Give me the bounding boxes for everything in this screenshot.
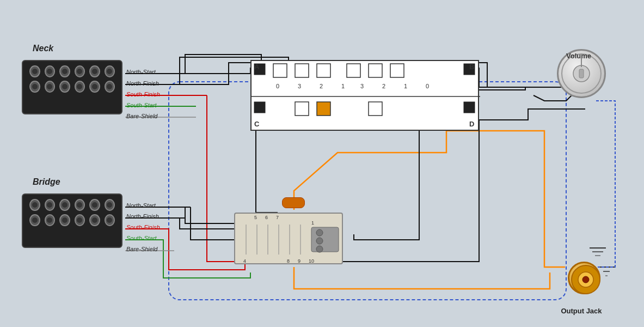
pole	[29, 65, 40, 77]
bridge-bare-shield-label: Bare-Shield	[126, 246, 157, 252]
bridge-label: Bridge	[33, 177, 60, 187]
wiring-svg	[0, 0, 644, 327]
svg-text:1: 1	[404, 83, 407, 89]
pole	[59, 65, 70, 77]
svg-rect-55	[311, 227, 339, 252]
svg-text:D: D	[469, 120, 474, 128]
switch-selector-grid: 0 3 2 1 3 2 1 0 A B C D	[250, 60, 479, 131]
output-jack	[568, 262, 600, 294]
svg-point-65	[582, 276, 589, 283]
bridge-south-start-label: South-Start	[126, 235, 157, 241]
bridge-south-finish-label: South-Finish	[126, 224, 160, 231]
volume-label: Volume	[554, 52, 603, 60]
svg-text:1: 1	[341, 83, 345, 89]
pole	[89, 81, 100, 93]
pole	[105, 65, 115, 77]
pole	[89, 65, 100, 77]
svg-rect-19	[390, 64, 404, 77]
neck-north-start-label: North-Start	[126, 69, 156, 75]
bridge-north-finish-label: North-Finish	[126, 213, 159, 220]
svg-text:3: 3	[360, 83, 364, 89]
pole	[75, 65, 85, 77]
svg-rect-17	[347, 64, 360, 77]
svg-rect-32	[317, 102, 330, 116]
neck-south-finish-label: South-Finish	[126, 91, 160, 98]
svg-point-56	[316, 229, 323, 236]
svg-rect-16	[317, 64, 330, 77]
switch-toggle[interactable]	[282, 197, 305, 208]
pole	[105, 214, 115, 226]
neck-pickup	[22, 60, 122, 114]
svg-rect-18	[369, 64, 382, 77]
svg-text:B: B	[469, 63, 474, 71]
neck-south-start-label: South-Start	[126, 102, 157, 108]
bridge-north-start-label: North-Start	[126, 202, 156, 209]
bridge-pickup	[22, 193, 122, 248]
pole	[75, 214, 85, 226]
svg-rect-34	[464, 102, 475, 113]
svg-text:3: 3	[298, 83, 301, 89]
pole	[29, 214, 40, 226]
svg-rect-62	[579, 69, 584, 78]
pole	[45, 199, 56, 211]
svg-text:0: 0	[426, 83, 429, 89]
wiring-diagram: Neck North-Start North-Finish South-Fini…	[0, 0, 644, 327]
svg-text:2: 2	[382, 83, 385, 89]
svg-point-57	[316, 238, 323, 244]
svg-text:4: 4	[243, 258, 246, 264]
svg-text:7: 7	[276, 215, 279, 220]
neck-north-finish-label: North-Finish	[126, 80, 159, 87]
svg-text:0: 0	[276, 83, 279, 89]
pole	[45, 81, 56, 93]
svg-rect-14	[273, 64, 287, 77]
pole	[59, 199, 70, 211]
svg-text:8: 8	[287, 258, 290, 264]
svg-text:A: A	[254, 63, 260, 71]
pole	[59, 214, 70, 226]
svg-text:2: 2	[320, 83, 323, 89]
svg-text:6: 6	[265, 215, 268, 220]
svg-text:10: 10	[309, 258, 314, 264]
pole	[89, 199, 100, 211]
svg-rect-15	[295, 64, 309, 77]
neck-label: Neck	[33, 44, 53, 53]
svg-text:9: 9	[298, 258, 300, 264]
pole	[105, 199, 115, 211]
pole	[45, 65, 56, 77]
pole	[105, 81, 115, 93]
pole	[29, 81, 40, 93]
svg-text:1: 1	[311, 220, 314, 226]
pole	[75, 81, 85, 93]
svg-rect-31	[295, 102, 309, 116]
output-jack-label: Output Jack	[550, 307, 612, 315]
svg-point-58	[316, 246, 323, 252]
pole	[59, 81, 70, 93]
svg-text:C: C	[254, 120, 260, 128]
svg-text:5: 5	[254, 215, 257, 220]
svg-rect-33	[369, 102, 382, 116]
ground-symbol	[587, 245, 609, 262]
svg-rect-30	[254, 102, 265, 113]
pole	[89, 214, 100, 226]
pole	[29, 199, 40, 211]
pole	[75, 199, 85, 211]
pole	[45, 214, 56, 226]
neck-bare-shield-label: Bare-Shield	[126, 113, 157, 119]
5way-switch-body: 4 5 6 7 8 9 10 1 2 3	[234, 213, 343, 264]
